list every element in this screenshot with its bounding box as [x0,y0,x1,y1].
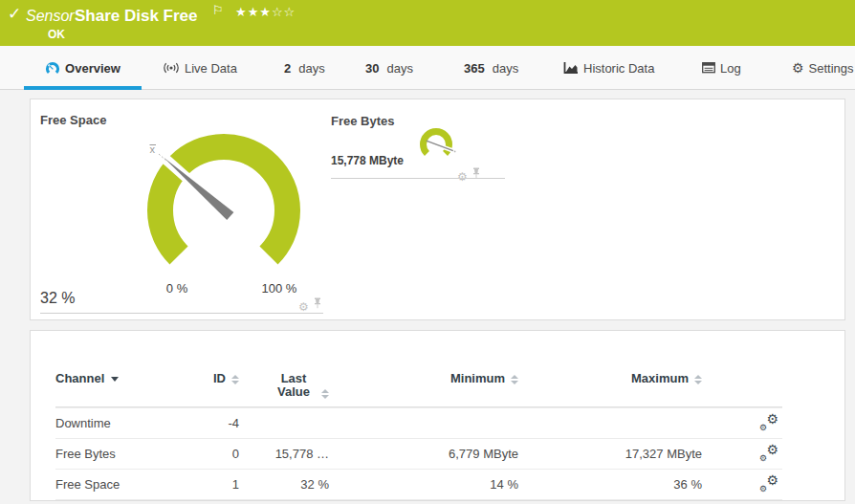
priority-stars[interactable]: ★★★☆☆ [235,5,296,19]
tab-label: days [298,61,324,76]
table-row-free-bytes[interactable]: Free Bytes 0 15,778 … 6,779 MByte 17,327… [55,438,782,469]
tab-2-days[interactable]: 2 days [284,46,325,90]
status-badge: OK [48,28,65,41]
channel-settings-gears-icon[interactable]: ⚙⚙ [759,446,778,462]
free-bytes-gauge [413,124,459,163]
free-space-current-value: 32 % [40,290,75,307]
channel-minimum: 14 % [337,477,526,492]
tab-label: Live Data [185,61,237,76]
tab-overview[interactable]: Overview [24,46,142,90]
tab-label: Historic Data [583,61,654,76]
broadcast-icon [163,61,180,75]
gauge-icon [45,60,60,77]
col-label: Channel [55,371,104,385]
tab-number: 30 [365,61,379,76]
channel-id: -4 [208,416,247,430]
tab-log[interactable]: Log [702,46,741,90]
gauge-scale-min: 0 % [161,281,193,296]
col-label: Maximum [631,371,689,385]
tab-label: Overview [65,61,121,76]
col-label: ID [213,371,226,385]
free-space-gauge: x [123,115,324,289]
stars-empty[interactable]: ☆☆ [272,5,296,19]
channel-name: Downtime [55,416,208,430]
channel-settings-gears-icon[interactable]: ⚙⚙ [759,476,778,493]
tab-live-data[interactable]: Live Data [163,46,237,90]
free-space-panel-controls: ⚙ [298,296,322,313]
active-tab-underline [24,86,142,90]
sensor-status-header: ✓ Sensor Share Disk Free ⚐ ★★★☆☆ OK [0,0,855,46]
panel-divider [331,178,505,179]
tab-number: 365 [464,61,485,76]
sort-icon[interactable] [511,375,518,384]
tab-historic-data[interactable]: Historic Data [563,46,654,90]
channel-name: Free Space [55,477,208,492]
sort-icon[interactable] [321,389,329,399]
object-kind-label: Sensor [26,8,75,25]
col-label: Last Value [272,372,316,400]
tab-label: Log [720,61,741,76]
overview-gauges-card: Free Space x 0 % 100 % 32 % ⚙ Free Bytes [30,99,845,320]
panel-gear-icon[interactable]: ⚙ [457,171,468,183]
channel-minimum: 6,779 MByte [337,447,526,461]
free-space-panel-title: Free Space [40,113,106,127]
panel-divider [40,313,323,314]
tab-365-days[interactable]: 365 days [464,46,518,90]
channels-table-card: Channel ID Last Value Minimum Maximum Do… [30,330,845,501]
channels-table: Channel ID Last Value Minimum Maximum Do… [55,362,782,500]
tab-bar: Overview Live Data 2 days 30 days 365 da… [0,46,855,90]
col-header-minimum[interactable]: Minimum [337,371,526,385]
sensor-title: Share Disk Free [75,7,198,26]
sort-desc-icon[interactable] [111,377,119,382]
channel-id: 0 [208,447,247,461]
log-icon [702,62,715,74]
col-header-maximum[interactable]: Maximum [526,371,710,385]
channel-last-value: 15,778 … [247,447,337,461]
table-row-downtime[interactable]: Downtime -4 ⚙⚙ [55,407,782,438]
col-label: Minimum [450,371,505,385]
table-header-row: Channel ID Last Value Minimum Maximum [55,362,782,407]
tab-label: days [386,61,412,76]
stars-filled[interactable]: ★★★ [235,5,272,19]
pin-icon[interactable] [313,296,322,313]
chart-icon [563,61,579,75]
col-header-last-value[interactable]: Last Value [247,371,337,400]
channel-last-value: 32 % [247,477,337,492]
tab-30-days[interactable]: 30 days [365,46,413,90]
channel-maximum: 17,327 MByte [526,447,710,461]
gauge-scale-max: 100 % [258,281,300,296]
table-row-free-space[interactable]: Free Space 1 32 % 14 % 36 % ⚙⚙ [55,469,782,499]
sort-icon[interactable] [694,375,702,384]
free-bytes-panel-title: Free Bytes [331,114,394,128]
channel-id: 1 [208,477,247,492]
tab-number: 2 [284,61,291,76]
average-marker: x [150,143,156,155]
tab-settings[interactable]: ⚙ Settings [792,46,854,90]
flag-icon[interactable]: ⚐ [212,3,224,17]
table-bottom-divider [55,499,782,500]
status-ok-check-icon: ✓ [8,4,21,24]
channel-maximum: 36 % [526,477,710,492]
col-header-channel[interactable]: Channel [55,371,208,385]
pin-icon[interactable] [471,165,481,183]
panel-gear-icon[interactable]: ⚙ [298,301,309,313]
channel-name: Free Bytes [55,447,208,461]
sort-icon[interactable] [231,375,239,384]
tab-label: Settings [809,61,854,76]
col-header-id[interactable]: ID [208,371,247,385]
gear-icon: ⚙ [792,61,804,75]
free-bytes-panel-controls: ⚙ [457,165,481,183]
channel-settings-gears-icon[interactable]: ⚙⚙ [759,415,778,431]
tab-label: days [493,61,518,76]
free-bytes-current-value: 15,778 MByte [331,154,404,167]
